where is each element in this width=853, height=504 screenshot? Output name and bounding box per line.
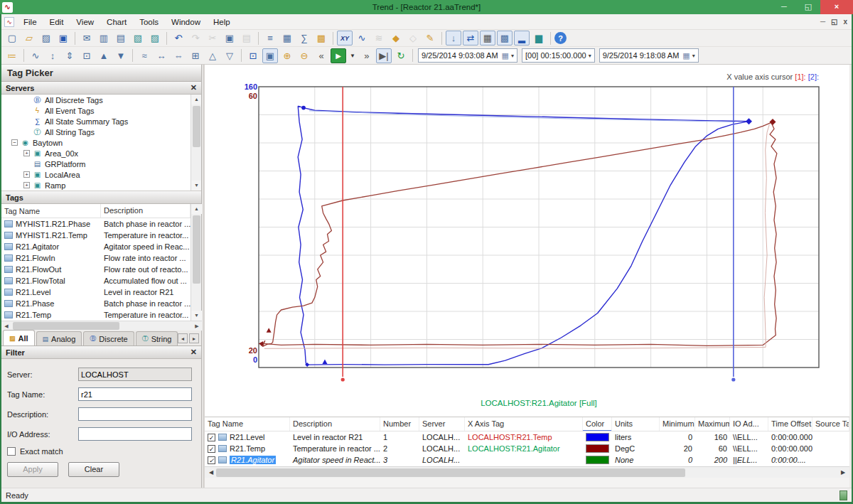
scroll-left-icon[interactable]: ◀ bbox=[206, 468, 216, 478]
statistics-button[interactable]: ∑ bbox=[296, 31, 312, 45]
tab-discrete[interactable]: ⒷDiscrete bbox=[83, 331, 134, 345]
swap-tags-button[interactable]: ⇄ bbox=[463, 31, 478, 45]
chevron-down-icon[interactable]: ▾ bbox=[511, 53, 514, 59]
xy-plot-button[interactable]: XY bbox=[337, 31, 353, 45]
exact-match-checkbox[interactable] bbox=[7, 447, 16, 456]
scroll-right-icon[interactable]: ▶ bbox=[838, 468, 848, 478]
play-options-button[interactable]: ▼ bbox=[348, 48, 358, 63]
tag-list-item[interactable]: R21.FlowOutFlow rate out of reacto... bbox=[1, 264, 201, 275]
menu-tools[interactable]: Tools bbox=[133, 16, 165, 28]
tree-item-ramp[interactable]: +▣Ramp bbox=[1, 180, 201, 191]
zoom-window-button[interactable]: ⊡ bbox=[245, 48, 261, 63]
zoom-curve-normal-button[interactable]: ∿ bbox=[28, 48, 43, 63]
tag-list-item[interactable]: R21.PhaseBatch phase in reactor ... bbox=[1, 298, 201, 309]
scale-curve-button[interactable]: ⇕ bbox=[62, 48, 77, 63]
tab-scroll-left-icon[interactable]: ◂ bbox=[178, 333, 188, 343]
start-time-field[interactable]: 9/25/2014 9:03:08 AM▦▾ bbox=[418, 48, 517, 63]
zoom-all-normal-button[interactable]: ≈ bbox=[136, 48, 152, 63]
data-table-view-button[interactable]: ▦ bbox=[279, 31, 295, 45]
tree-item-baytown[interactable]: −◉Baytown bbox=[1, 137, 201, 148]
tag-list-item[interactable]: R21.FlowTotalAccumulated flow out ... bbox=[1, 275, 201, 286]
server-field[interactable] bbox=[78, 368, 192, 381]
tree-item-all-state-summary-tags[interactable]: ∑All State Summary Tags bbox=[1, 116, 201, 127]
panel-solid-button[interactable]: ▆ bbox=[531, 31, 547, 45]
legend-col-x-axis-tag[interactable]: X Axis Tag bbox=[465, 417, 583, 431]
tag-list-item[interactable]: R21.AgitatorAgitator speed in Reac... bbox=[1, 241, 201, 252]
legend-col-maximum[interactable]: Maximum bbox=[695, 417, 730, 431]
filter-close-icon[interactable]: ✕ bbox=[191, 348, 197, 357]
tab-scroll-right-icon[interactable]: ▸ bbox=[189, 333, 199, 343]
tab-string[interactable]: ⓉString bbox=[136, 331, 178, 345]
undo-button[interactable]: ↶ bbox=[171, 31, 186, 45]
tag-list-item[interactable]: R21.LevelLevel in reactor R21 bbox=[1, 286, 201, 298]
mdi-restore-button[interactable]: ◱ bbox=[831, 18, 837, 26]
highlighter-button[interactable]: ✎ bbox=[422, 31, 438, 45]
tab-all[interactable]: ▨All bbox=[3, 330, 35, 345]
zoom-region-button[interactable]: ▣ bbox=[262, 48, 278, 63]
save-file-button[interactable]: ▣ bbox=[55, 31, 71, 45]
calendar-icon[interactable]: ▦ bbox=[682, 51, 690, 60]
help-button[interactable]: ? bbox=[554, 32, 567, 44]
cursor-2-handle[interactable] bbox=[731, 377, 735, 381]
column-header-description[interactable]: Description bbox=[101, 204, 191, 218]
legend-col-description[interactable]: Description bbox=[290, 417, 380, 431]
collapse-all-button[interactable]: ▽ bbox=[222, 48, 237, 63]
annotations-button[interactable]: ▩ bbox=[313, 31, 329, 45]
scroll-down-icon[interactable]: ▼ bbox=[191, 311, 202, 321]
copy-pages-button[interactable]: ▨ bbox=[147, 31, 163, 45]
pan-all-button[interactable]: ↔ bbox=[154, 48, 169, 63]
close-button[interactable]: × bbox=[820, 0, 853, 14]
tags-hscrollbar[interactable]: ◀ ▶ bbox=[1, 321, 202, 331]
chevron-down-icon[interactable]: ▾ bbox=[589, 53, 591, 59]
refresh-button[interactable]: ↻ bbox=[393, 48, 409, 63]
collapse-curve-button[interactable]: ▼ bbox=[113, 48, 129, 63]
send-mail-button[interactable]: ✉ bbox=[79, 31, 95, 45]
expand-icon[interactable]: + bbox=[23, 182, 30, 188]
legend-col-number[interactable]: Number bbox=[380, 417, 419, 431]
color-swatch[interactable] bbox=[586, 433, 609, 441]
regular-trend-button[interactable]: ∿ bbox=[354, 31, 370, 45]
legend-col-source-ta[interactable]: Source Ta bbox=[812, 417, 849, 431]
scroll-back-button[interactable]: « bbox=[313, 48, 329, 63]
row-checkbox[interactable]: ✓ bbox=[208, 434, 215, 441]
chevron-down-icon[interactable]: ▾ bbox=[692, 53, 695, 59]
menu-edit[interactable]: Edit bbox=[43, 16, 70, 28]
tag-list-item[interactable]: MYHIST1.R21.PhaseBatch phase in reactor … bbox=[1, 218, 201, 230]
tree-item-all-event-tags[interactable]: ϟAll Event Tags bbox=[1, 105, 201, 116]
legend-col-tag-name[interactable]: Tag Name bbox=[205, 417, 290, 431]
copy-button[interactable]: ▣ bbox=[222, 31, 237, 45]
expand-curve-button[interactable]: ▲ bbox=[96, 48, 112, 63]
scroll-down-icon[interactable]: ▼ bbox=[191, 181, 201, 191]
tags-scrollbar[interactable]: ▲ ▼ bbox=[191, 204, 201, 321]
tag-name-field[interactable] bbox=[78, 387, 192, 401]
scale-all-button[interactable]: ⇔ bbox=[171, 48, 186, 63]
tree-item-all-discrete-tags[interactable]: ⒷAll Discrete Tags bbox=[1, 95, 201, 105]
clear-button[interactable]: Clear bbox=[68, 462, 119, 477]
print-preview-button[interactable]: ▥ bbox=[96, 31, 112, 45]
zoom-in-button[interactable]: ⊕ bbox=[279, 48, 295, 63]
tag-list-item[interactable]: R21.TempTemperature in reactor... bbox=[1, 309, 201, 321]
expand-all-button[interactable]: △ bbox=[205, 48, 220, 63]
menu-help[interactable]: Help bbox=[207, 16, 237, 28]
tab-analog[interactable]: ▤Analog bbox=[36, 331, 82, 345]
restore-button[interactable]: ◱ bbox=[796, 0, 820, 14]
add-pen-button[interactable]: ◆ bbox=[388, 31, 404, 45]
minimize-button[interactable]: ─ bbox=[772, 0, 796, 14]
end-time-field[interactable]: 9/25/2014 9:18:08 AM▦▾ bbox=[599, 48, 699, 63]
tag-picker-toggle-button[interactable]: ≔ bbox=[4, 48, 20, 63]
scroll-right-icon[interactable]: ▶ bbox=[192, 321, 202, 331]
move-tag-down-button[interactable]: ↓ bbox=[446, 31, 461, 45]
legend-col-units[interactable]: Units bbox=[612, 417, 660, 431]
box-zoom-all-button[interactable]: ⊞ bbox=[188, 48, 203, 63]
tree-item-all-string-tags[interactable]: ⓉAll String Tags bbox=[1, 127, 201, 137]
duration-field[interactable]: [00] 00:15:00.000▾ bbox=[522, 48, 595, 63]
panel-bottom-button[interactable]: ▂ bbox=[514, 31, 530, 45]
legend-col-server[interactable]: Server bbox=[419, 417, 465, 431]
go-to-end-button[interactable]: ▶| bbox=[376, 48, 392, 63]
legend-row[interactable]: ✓R21.TempTemperature in reactor ...2LOCA… bbox=[205, 443, 849, 454]
menu-file[interactable]: File bbox=[17, 16, 43, 28]
description-field[interactable] bbox=[78, 407, 192, 421]
print-setup-button[interactable]: ▧ bbox=[130, 31, 146, 45]
color-swatch[interactable] bbox=[586, 444, 609, 453]
play-button[interactable]: ▶ bbox=[331, 48, 346, 63]
